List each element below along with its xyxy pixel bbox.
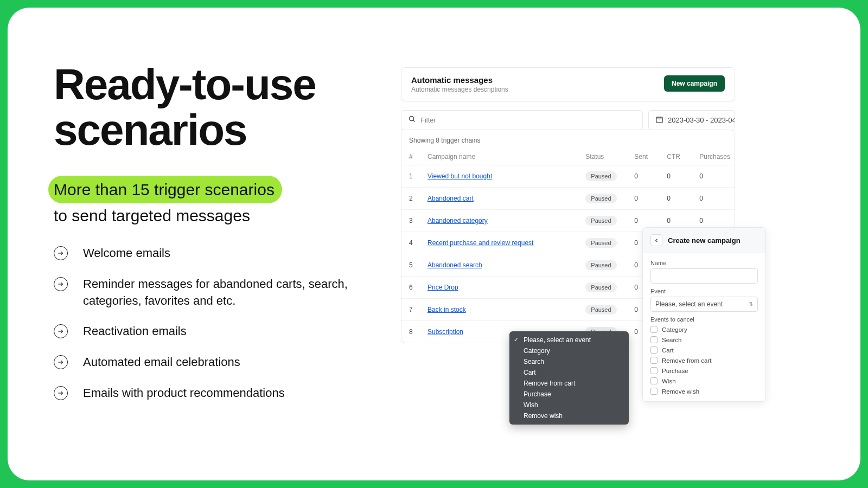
back-button[interactable] xyxy=(650,234,662,246)
date-range-picker[interactable]: 2023-03-30 - 2023-04- xyxy=(648,110,735,130)
campaign-link[interactable]: Subscription xyxy=(427,328,463,336)
subhead-rest: to send targeted messages xyxy=(54,207,250,224)
campaign-link[interactable]: Abandoned category xyxy=(427,217,488,224)
events-to-cancel-label: Events to cancel xyxy=(650,316,758,323)
checkbox-icon[interactable] xyxy=(650,377,658,384)
dropdown-option[interactable]: Search xyxy=(509,356,629,367)
cancel-option-label: Category xyxy=(662,326,687,333)
event-select[interactable]: Please, select an event ⇅ xyxy=(650,297,758,312)
panel-title: Automatic messages xyxy=(411,75,508,85)
svg-line-6 xyxy=(413,120,415,122)
status-badge: Paused xyxy=(585,216,616,226)
bullet-item: Automated email celebrations xyxy=(54,354,358,371)
campaign-link[interactable]: Back in stock xyxy=(427,306,466,313)
checkbox-icon[interactable] xyxy=(650,357,658,364)
bullet-text: Emails with product recommendations xyxy=(83,385,285,402)
name-label: Name xyxy=(650,260,758,266)
row-number: 7 xyxy=(401,299,423,321)
col-header-name: Campaign name xyxy=(423,149,581,165)
row-number: 8 xyxy=(401,321,423,343)
dropdown-option[interactable]: Purchase xyxy=(509,389,629,400)
col-header-sent: Sent xyxy=(630,149,662,165)
campaign-link[interactable]: Abandoned cart xyxy=(427,195,474,202)
campaign-link[interactable]: Price Drop xyxy=(427,284,458,291)
headline-line-2: scenarios xyxy=(54,106,247,154)
date-range-text: 2023-03-30 - 2023-04- xyxy=(668,116,735,124)
cancel-option-label: Wish xyxy=(662,378,676,384)
panel-subtitle: Automatic messages descriptions xyxy=(411,86,508,93)
row-number: 1 xyxy=(401,165,423,188)
col-header-ctr: CTR xyxy=(662,149,695,165)
chevron-updown-icon: ⇅ xyxy=(749,301,753,307)
event-select-value: Please, select an event xyxy=(655,300,723,308)
bullet-item: Emails with product recommendations xyxy=(54,385,358,402)
sent-value: 0 xyxy=(630,188,662,210)
arrow-right-icon xyxy=(54,386,68,400)
bullet-text: Reminder messages for abandoned carts, s… xyxy=(83,276,358,310)
cancel-option-label: Remove wish xyxy=(662,388,699,395)
cancel-option[interactable]: Remove from cart xyxy=(650,357,758,364)
table-row: 2Abandoned cartPaused000 xyxy=(401,188,735,210)
status-badge: Paused xyxy=(585,305,616,314)
filter-input[interactable] xyxy=(420,116,636,124)
campaign-link[interactable]: Abandoned search xyxy=(427,261,482,269)
cancel-option[interactable]: Category xyxy=(650,326,758,333)
purchases-value: 0 xyxy=(695,188,735,210)
col-header-status: Status xyxy=(581,149,630,165)
row-number: 6 xyxy=(401,277,423,299)
status-badge: Paused xyxy=(585,282,616,292)
page-headline: Ready-to-use scenarios xyxy=(54,62,358,153)
checkbox-icon[interactable] xyxy=(650,336,658,343)
dropdown-option[interactable]: Cart xyxy=(509,367,629,378)
checkbox-icon[interactable] xyxy=(650,388,658,395)
campaign-name-input[interactable] xyxy=(650,268,758,284)
col-header-purchases: Purchases xyxy=(695,149,735,165)
create-panel-title: Create new campaign xyxy=(668,236,741,245)
event-label: Event xyxy=(650,288,758,294)
purchases-value: 0 xyxy=(695,165,735,188)
cancel-option-label: Search xyxy=(662,337,681,343)
bullet-text: Automated email celebrations xyxy=(83,354,240,371)
svg-rect-7 xyxy=(656,117,662,123)
cancel-option[interactable]: Wish xyxy=(650,377,758,384)
create-campaign-panel: Create new campaign Name Event Please, s… xyxy=(642,227,766,402)
cancel-option[interactable]: Search xyxy=(650,336,758,343)
row-number: 4 xyxy=(401,232,423,254)
campaign-link[interactable]: Viewed but not bought xyxy=(427,172,492,180)
row-number: 2 xyxy=(401,188,423,210)
bullet-item: Reactivation emails xyxy=(54,323,358,340)
subhead-highlight: More than 15 trigger scenarios xyxy=(48,176,282,203)
bullet-item: Reminder messages for abandoned carts, s… xyxy=(54,276,358,310)
dropdown-option[interactable]: Category xyxy=(509,345,629,356)
dropdown-option[interactable]: Remove wish xyxy=(509,410,629,421)
search-icon xyxy=(408,115,420,125)
status-badge: Paused xyxy=(585,260,616,270)
cancel-option-label: Remove from cart xyxy=(662,357,711,364)
filter-input-wrapper[interactable] xyxy=(401,110,643,130)
checkbox-icon[interactable] xyxy=(650,367,658,374)
page-subheadline: More than 15 trigger scenarios to send t… xyxy=(54,176,358,228)
status-badge: Paused xyxy=(585,171,616,181)
bullet-item: Welcome emails xyxy=(54,245,358,262)
dropdown-option[interactable]: Remove from cart xyxy=(509,378,629,389)
svg-point-5 xyxy=(410,117,414,121)
checkbox-icon[interactable] xyxy=(650,346,658,354)
cancel-option[interactable]: Cart xyxy=(650,346,758,354)
row-number: 5 xyxy=(401,254,423,277)
cancel-option[interactable]: Remove wish xyxy=(650,388,758,395)
col-header-num: # xyxy=(401,149,423,165)
dropdown-option[interactable]: Wish xyxy=(509,400,629,410)
campaign-link[interactable]: Recent purchase and review request xyxy=(427,239,533,247)
cancel-option[interactable]: Purchase xyxy=(650,367,758,374)
new-campaign-button[interactable]: New campaign xyxy=(664,75,725,92)
ctr-value: 0 xyxy=(662,165,695,188)
event-dropdown[interactable]: Please, select an eventCategorySearchCar… xyxy=(509,331,629,425)
table-row: 1Viewed but not boughtPaused000 xyxy=(401,165,735,188)
arrow-right-icon xyxy=(54,324,68,338)
checkbox-icon[interactable] xyxy=(650,326,658,333)
dropdown-option[interactable]: Please, select an event xyxy=(509,335,629,345)
cancel-option-label: Purchase xyxy=(662,368,688,374)
showing-count: Showing 8 trigger chains xyxy=(401,130,735,149)
calendar-icon xyxy=(655,115,663,125)
bullet-text: Reactivation emails xyxy=(83,323,187,340)
